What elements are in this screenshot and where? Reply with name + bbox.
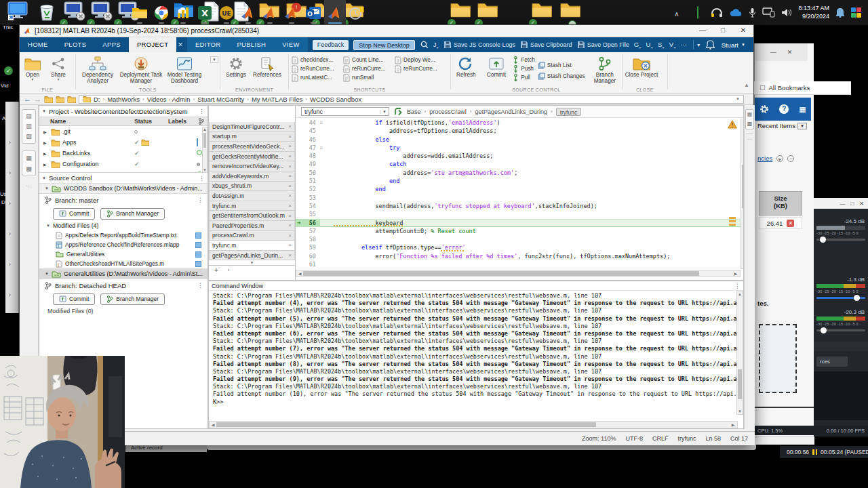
tray-display-icon[interactable] xyxy=(762,7,775,18)
address-dropdown-icon[interactable]: ▼ xyxy=(736,97,740,101)
collapse-arrow-icon[interactable]: ▼ xyxy=(42,109,46,113)
gear-icon[interactable] xyxy=(760,104,769,114)
close-file-icon[interactable]: × xyxy=(288,134,292,140)
slider-knob[interactable] xyxy=(854,295,860,301)
modified-file-row[interactable]: Apps/Defects Report/appBuildTimeStamp.tx… xyxy=(39,230,208,240)
pull-button[interactable]: Pull xyxy=(513,73,534,82)
tray-headphones-icon[interactable] xyxy=(711,7,723,18)
code-line[interactable]: 46 else xyxy=(296,136,741,144)
function-breadcrumb-current[interactable]: tryfunc xyxy=(556,108,582,116)
open-file-tab[interactable]: DesignTimeUIFigureContr...× xyxy=(209,122,295,132)
notification-bell-icon[interactable] xyxy=(835,7,845,18)
shortcut-count-line-[interactable]: Count Line... xyxy=(343,56,393,64)
dock-more-icon[interactable]: ⋯ xyxy=(745,137,755,142)
tree-row-partial[interactable]: ✓ xyxy=(39,169,208,172)
recent-items-dropdown[interactable]: ▼ xyxy=(797,123,807,129)
commit-button[interactable]: Commit xyxy=(483,54,511,78)
tab-home[interactable]: HOME xyxy=(20,37,56,52)
close-file-icon[interactable]: × xyxy=(288,203,292,209)
code-line[interactable]: 51 end xyxy=(296,177,741,185)
taskbar-matlab-icon[interactable] xyxy=(259,0,281,25)
close-file-icon[interactable]: × xyxy=(288,222,292,228)
shortcut-runlatestc-[interactable]: runLatestC... xyxy=(292,73,342,82)
command-prompt[interactable]: K>> xyxy=(213,399,743,406)
folder-action-icon[interactable] xyxy=(67,96,76,103)
taskbar-file-explorer-icon[interactable] xyxy=(129,0,151,25)
warning-marker-lines[interactable] xyxy=(729,217,736,226)
breadcrumb-segment[interactable]: MathWorks xyxy=(107,96,140,103)
tab-scroll-right-button[interactable]: › xyxy=(228,267,230,273)
refresh-button[interactable]: Refresh xyxy=(452,54,480,78)
new-file-tab-button[interactable]: + xyxy=(214,266,218,274)
repo-row-wcdds[interactable]: ▼ WCDDS Sandbox (D:\MathWorks\Videos - A… xyxy=(39,183,208,194)
sidebar-copy-icon[interactable]: ▥ xyxy=(22,121,35,131)
delete-icon[interactable]: ✕ xyxy=(787,220,794,227)
expand-arrow-icon[interactable]: ▶ xyxy=(43,140,48,145)
chevron-right-icon[interactable]: › xyxy=(9,230,11,237)
tools-overflow-icon[interactable]: ▼ xyxy=(210,56,218,63)
references-button[interactable]: References xyxy=(252,54,283,78)
expand-arrow-icon[interactable]: ▶ xyxy=(43,129,48,134)
sidebar-layout-icon[interactable]: ▦ xyxy=(22,152,35,163)
sources-button[interactable]: rces xyxy=(816,357,848,367)
warning-triangle-icon[interactable]: ! xyxy=(728,120,737,129)
taskbar-power-bi-icon[interactable] xyxy=(172,0,194,25)
bell-icon[interactable] xyxy=(706,40,715,49)
close-project-button[interactable]: Close Project xyxy=(623,54,660,78)
function-breadcrumb-segment[interactable]: getPagesAndLinks_During xyxy=(475,108,547,115)
sidebar-note-icon[interactable]: ▧ xyxy=(22,131,35,142)
settings-button[interactable]: Settings xyxy=(220,54,252,78)
breadcrumb-segment[interactable]: Videos - Admin xyxy=(147,96,191,103)
audio-close-icon[interactable]: ✕ xyxy=(859,201,864,207)
code-line[interactable]: 45 address=tfOptions.emailAddress; xyxy=(296,127,741,135)
open-file-tab[interactable]: tryfunc.m× xyxy=(209,201,295,211)
tray-speaker-icon[interactable] xyxy=(781,8,792,17)
browser-minimize-icon[interactable]: — xyxy=(770,49,776,56)
open-file-tab[interactable]: dotAssign.m× xyxy=(209,191,295,201)
dependency-analyzer-button[interactable]: Dependency Analyzer xyxy=(76,54,119,85)
chevron-down-icon[interactable]: ▼ xyxy=(380,110,389,114)
close-file-icon[interactable]: × xyxy=(288,252,292,258)
deployment-task-manager-button[interactable]: Deployment Task Manager xyxy=(119,54,163,85)
editor-horizontal-scrollbar[interactable]: ◀ ▶ xyxy=(296,270,741,277)
tab-project[interactable]: PROJECT xyxy=(129,37,176,52)
tree-row-Apps[interactable]: ▶Apps✓ xyxy=(39,137,208,148)
tab-apps[interactable]: APPS xyxy=(94,37,129,52)
stash-changes-button[interactable]: Stash Changes xyxy=(538,70,585,81)
apps-grid-icon[interactable]: ▦ xyxy=(799,105,806,114)
panel-menu-icon[interactable]: ⋮ xyxy=(734,283,741,289)
code-line[interactable]: 53 xyxy=(296,194,741,202)
back-icon[interactable]: ← xyxy=(24,95,31,103)
feedback-button[interactable]: Feedback xyxy=(313,40,349,50)
whiteboard-app-icon[interactable] xyxy=(851,7,861,18)
shortcut-reruncurre-[interactable]: reRunCurre... xyxy=(343,64,393,73)
forward-icon[interactable]: → xyxy=(34,95,41,103)
expand-circle-icon[interactable]: ▸ xyxy=(776,155,783,162)
audio-minimize-icon[interactable]: — xyxy=(840,201,845,207)
breadcrumb-segment[interactable]: D: xyxy=(94,96,100,103)
code-line[interactable]: 52 end xyxy=(296,185,741,193)
branch-manager-button[interactable]: Branch Manager xyxy=(100,208,165,220)
shortcut-letter-g[interactable]: G+ xyxy=(634,41,642,49)
close-file-icon[interactable]: × xyxy=(288,242,292,248)
shortcut-reruncurre-[interactable]: reRunCurre... xyxy=(395,64,445,73)
shortcut-letter-v[interactable]: V+ xyxy=(669,41,676,49)
tray-app-green-icon[interactable] xyxy=(697,7,698,19)
panel-menu-icon[interactable]: ⋮ xyxy=(199,175,205,182)
shortcut-letter-j[interactable]: J+ xyxy=(433,41,439,49)
minimize-button[interactable]: — xyxy=(692,25,713,37)
shortcut-letter-u[interactable]: U+ xyxy=(646,41,653,49)
close-file-icon[interactable]: × xyxy=(288,123,292,129)
code-line[interactable]: 57 attemptCount=0; % Reset count xyxy=(296,227,741,235)
code-editor[interactable]: 44⊟ if isfield(tfOptions,'emailAddress')… xyxy=(296,119,741,269)
open-file-tab[interactable]: PaeredProperties.m× xyxy=(209,221,295,231)
function-search-input[interactable]: tryfunc ▼ xyxy=(301,107,389,116)
expand-arrow-icon[interactable]: ▶ xyxy=(43,151,48,156)
chevron-down-icon[interactable]: ▼ xyxy=(696,41,701,48)
taskbar-excel-icon[interactable]: X xyxy=(194,0,216,25)
user-menu[interactable]: Stuart▼ xyxy=(722,41,745,49)
close-project-tab-icon[interactable]: ✕ xyxy=(176,41,187,48)
close-file-icon[interactable]: × xyxy=(288,163,292,169)
sidebar-more-icon[interactable]: ⋯ xyxy=(20,183,38,189)
search-icon[interactable] xyxy=(420,41,429,49)
